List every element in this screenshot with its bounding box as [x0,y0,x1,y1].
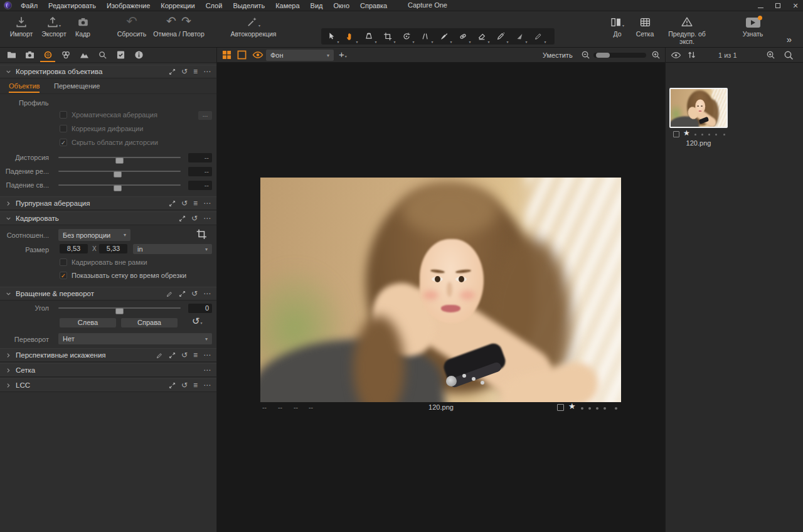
menu-layer[interactable]: Слой [206,2,223,9]
more-options-icon[interactable]: ⋯ [203,68,211,75]
expand-icon[interactable] [179,290,186,297]
panel-grid-header[interactable]: Сетка ⋯ [0,363,216,377]
redo-icon[interactable]: ↷ [181,15,191,28]
tab-metadata-icon[interactable] [115,49,125,61]
chevron-right-icon[interactable] [6,368,11,373]
slider-value[interactable]: -- [188,181,212,190]
color-tag-dot[interactable] [615,407,617,410]
close-button[interactable]: ✕ [792,2,799,10]
more-options-icon[interactable]: ⋯ [203,366,211,374]
cursor-tool-pen[interactable]: ▾ [493,29,512,44]
more-options-icon[interactable]: ⋯ [203,381,211,389]
reset-panel-icon[interactable]: ↺ [191,290,198,297]
flip-dropdown[interactable]: Нет▾ [58,333,212,344]
slider-track[interactable] [58,157,181,158]
star-rating-5[interactable] [604,407,606,410]
slider-thumb[interactable] [114,171,122,178]
expand-icon[interactable] [169,352,176,359]
checkbox-row-crop-outside[interactable]: Кадрировать вне рамки [0,258,216,267]
panel-lens-correction-header[interactable]: Корректировка объектива ↺ ≡ ⋯ [0,65,216,78]
browser-eye-icon[interactable] [671,51,681,60]
tab-info-icon[interactable] [134,49,144,61]
photo[interactable] [260,178,621,402]
toolbar-overflow-chevron[interactable]: » [787,34,792,45]
checkbox[interactable] [60,258,67,266]
cursor-tool-annotate[interactable]: ▾ [531,29,550,44]
zoom-slider-thumb[interactable] [596,53,610,58]
slider-track[interactable] [58,184,181,186]
grid-button[interactable]: Сетка [632,11,657,38]
select-checkbox[interactable] [557,404,564,411]
reset-adjustments-button[interactable]: ↶ Сбросить [114,11,149,38]
expand-icon[interactable] [169,382,176,389]
exposure-warning-button[interactable]: Предупр. об эксп. [660,11,714,45]
reset-panel-icon[interactable]: ↺ [181,351,188,359]
thumb-star-rating-5[interactable] [715,134,717,136]
expand-icon[interactable] [169,68,176,75]
cursor-tool-straighten[interactable]: ▾ [418,29,437,44]
import-button[interactable]: Импорт [6,11,36,38]
chevron-right-icon[interactable] [6,383,11,388]
chevron-right-icon[interactable] [6,353,11,358]
undo-redo-group[interactable]: ↶↷ Отмена / Повтор [152,11,206,38]
checkbox-row-diffraction[interactable]: Коррекция дифракции [0,125,216,134]
panel-perspective-header[interactable]: Перспективные искажения ↺ ≡ ⋯ [0,348,216,362]
tab-lens-icon[interactable] [43,49,53,61]
export-button[interactable]: ▾ Экспорт [39,11,69,38]
thumbnail[interactable] [669,88,728,128]
presets-menu-icon[interactable]: ≡ [193,351,198,359]
frame-button[interactable]: Кадр [70,11,95,38]
slider-track[interactable] [58,307,181,309]
checkbox-row-show-grid[interactable]: ✓ Показывать сетку во время обрезки [0,272,216,280]
zoom-out-icon[interactable] [581,50,590,60]
thumb-select-checkbox[interactable] [673,131,679,137]
panel-crop-header[interactable]: Кадрировать ↺ ⋯ [0,211,216,225]
proof-view-icon[interactable] [252,50,263,60]
crop-tool-icon[interactable] [196,228,207,240]
tab-movement[interactable]: Перемещение [54,82,100,90]
star-rating-1[interactable]: ★ [568,402,576,411]
checkbox[interactable] [60,111,67,119]
slider-track[interactable] [58,171,181,172]
thumb-star-rating-3[interactable] [701,134,703,136]
cursor-tool-crop[interactable]: ▾ [380,29,399,44]
slider-value[interactable]: -- [188,167,212,176]
multi-view-icon[interactable] [222,50,231,60]
star-rating-3[interactable] [588,407,591,410]
panel-lcc-header[interactable]: LCC ↺ ≡ ⋯ [0,378,216,392]
more-options-icon[interactable]: ⋯ [203,200,211,207]
undo-icon[interactable]: ↶ [166,15,176,28]
tab-exposure-icon[interactable] [79,49,89,61]
checkbox-row-hide-distortion[interactable]: ✓ Скрыть области дисторсии [0,139,216,147]
edit-pen-icon[interactable] [166,290,173,297]
ratio-dropdown[interactable]: Без пропорции▾ [58,229,130,241]
cursor-tool-pick[interactable]: ▾ [512,29,531,44]
menu-file[interactable]: Файл [21,2,38,9]
angle-value[interactable]: 0 [188,304,212,313]
presets-menu-icon[interactable]: ≡ [193,200,198,207]
menu-image[interactable]: Изображение [107,2,150,9]
tab-capture-icon[interactable] [24,49,35,61]
presets-menu-icon[interactable]: ≡ [193,68,198,75]
search-icon[interactable] [784,50,794,60]
unit-dropdown[interactable]: in▾ [133,244,212,254]
autocorrect-button[interactable]: ▾ Автокоррекция [227,11,280,38]
tab-lens[interactable]: Объектив [9,82,40,93]
star-rating-4[interactable] [596,407,598,410]
star-rating-2[interactable] [581,407,583,410]
panel-purple-aberration-header[interactable]: Пурпурная аберрация ↺ ≡ ⋯ [0,196,216,210]
learn-button[interactable]: Узнать [735,11,770,38]
tab-library-icon[interactable] [6,49,16,61]
slider-thumb[interactable] [114,185,122,191]
chevron-down-icon[interactable] [6,69,11,75]
cursor-tool-rotate[interactable]: ▾ [399,29,418,44]
chevron-down-icon[interactable] [6,291,11,297]
cursor-tool-select[interactable]: ▾ [324,29,343,44]
expand-icon[interactable] [169,200,176,207]
more-options-icon[interactable]: ⋯ [203,351,211,359]
maximize-button[interactable] [774,2,782,9]
cursor-tool-pan[interactable]: ▾ [343,29,361,44]
checkbox-checked[interactable]: ✓ [60,272,67,279]
edit-pen-icon[interactable] [156,352,163,359]
menu-adjustments[interactable]: Коррекции [161,2,194,9]
